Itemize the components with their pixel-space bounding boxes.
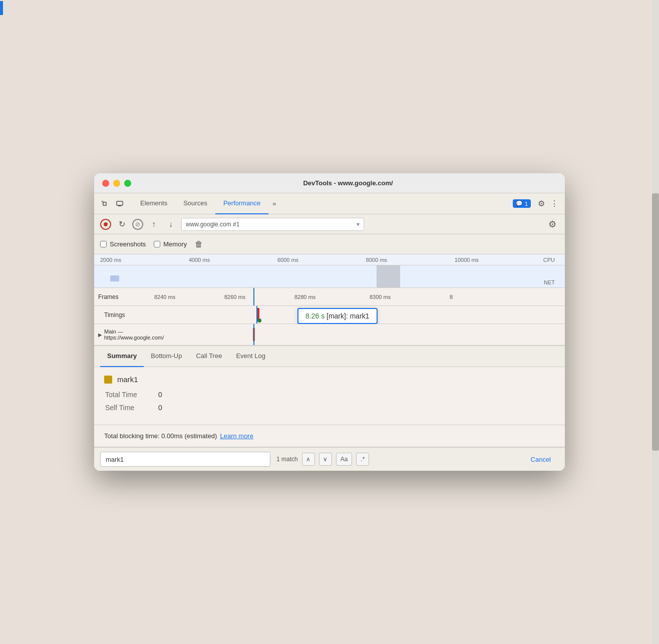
search-cancel-button[interactable]: Cancel <box>523 452 559 467</box>
sub-tab-call-tree[interactable]: Call Tree <box>189 346 229 367</box>
svg-rect-3 <box>103 202 106 205</box>
device-icon[interactable] <box>113 197 126 210</box>
playhead-indicator <box>253 288 254 305</box>
search-match-count: 1 match <box>276 456 298 463</box>
total-time-value: 0 <box>158 391 162 399</box>
title-bar: DevTools - www.google.com/ <box>94 173 565 193</box>
cpu-label: CPU <box>543 257 555 263</box>
svg-rect-0 <box>102 201 103 202</box>
svg-rect-5 <box>118 205 121 206</box>
timing-mark-green <box>257 318 261 323</box>
clear-button[interactable]: ⊘ <box>132 219 143 230</box>
frame-mark-4: 8300 ms <box>370 294 391 300</box>
sub-tab-summary[interactable]: Summary <box>100 346 144 367</box>
ruler-mark-1: 2000 ms <box>99 257 189 263</box>
minimize-button[interactable] <box>113 180 120 187</box>
frame-mark-5: 8 <box>450 294 453 300</box>
match-case-button[interactable]: Aa <box>336 453 353 466</box>
upload-icon[interactable]: ↑ <box>147 218 160 231</box>
ruler-mark-5: 10000 ms <box>455 257 543 263</box>
toolbar-settings-icon[interactable]: ⚙ <box>546 218 559 231</box>
settings-icon[interactable]: ⚙ <box>535 197 548 210</box>
mark-callout: 8.26 s [mark]: mark1 <box>297 308 378 324</box>
close-button[interactable] <box>102 180 109 187</box>
tab-more[interactable]: » <box>268 200 280 207</box>
svg-rect-2 <box>102 202 103 203</box>
svg-rect-4 <box>117 201 123 205</box>
net-label: NET <box>544 279 555 285</box>
expand-arrow[interactable]: ▶ <box>98 332 102 338</box>
frames-label: Frames <box>94 293 154 300</box>
reload-button[interactable]: ↻ <box>115 218 128 231</box>
total-time-row: Total Time 0 <box>104 391 555 399</box>
summary-title: mark1 <box>104 375 555 384</box>
self-time-label: Self Time <box>105 404 150 412</box>
window-title: DevTools - www.google.com/ <box>139 179 557 187</box>
timeline-selection <box>377 265 400 287</box>
timings-label: Timings <box>97 311 157 318</box>
svg-rect-1 <box>103 201 104 202</box>
main-row: ▶ Main — https://www.google.com/ <box>94 324 565 346</box>
blocking-time-text: Total blocking time: 0.00ms (estimated) <box>104 432 217 440</box>
url-selector[interactable]: www.google.com #1 ▾ <box>181 218 364 231</box>
mini-chart: NET <box>94 265 565 287</box>
options-bar: Screenshots Memory 🗑 <box>94 234 565 254</box>
screenshots-checkbox-label[interactable]: Screenshots <box>100 240 146 248</box>
download-icon[interactable]: ↓ <box>164 218 177 231</box>
self-time-row: Self Time 0 <box>104 404 555 412</box>
main-vline <box>253 324 254 345</box>
memory-checkbox[interactable] <box>154 241 160 247</box>
timing-vline <box>256 306 257 324</box>
search-prev-button[interactable]: ∧ <box>302 453 315 466</box>
more-options-icon[interactable]: ⋮ <box>548 197 561 210</box>
ruler-mark-2: 4000 ms <box>189 257 277 263</box>
timings-row: Timings 8.26 s [mark]: mark1 <box>94 306 565 324</box>
frames-timeline: 8240 ms 8260 ms 8280 ms 8300 ms 8 <box>154 288 565 305</box>
tab-elements[interactable]: Elements <box>132 193 175 214</box>
tab-sources[interactable]: Sources <box>175 193 215 214</box>
toolbar: ↻ ⊘ ↑ ↓ www.google.com #1 ▾ ⚙ <box>94 214 565 234</box>
devtools-panel: Elements Sources Performance » 💬 1 ⚙ ⋮ ↻… <box>94 193 565 471</box>
maximize-button[interactable] <box>124 180 131 187</box>
search-bar: 1 match ∧ ∨ Aa .* Cancel <box>94 447 565 471</box>
screenshots-checkbox[interactable] <box>100 241 107 247</box>
sub-tab-bottom-up[interactable]: Bottom-Up <box>144 346 189 367</box>
bottom-panel: Summary Bottom-Up Call Tree Event Log ma… <box>94 346 565 471</box>
frame-mark-3: 8280 ms <box>294 294 315 300</box>
ruler-mark-3: 6000 ms <box>277 257 366 263</box>
frame-mark-2: 8260 ms <box>224 294 245 300</box>
learn-more-link[interactable]: Learn more <box>220 432 253 440</box>
tab-bar: Elements Sources Performance » 💬 1 ⚙ ⋮ <box>94 193 565 214</box>
ruler-marks: 2000 ms 4000 ms 6000 ms 8000 ms 10000 ms <box>99 257 543 263</box>
search-input[interactable] <box>100 452 270 467</box>
total-time-label: Total Time <box>105 391 150 399</box>
notification-badge[interactable]: 💬 1 <box>513 199 531 208</box>
tab-icons <box>98 197 126 210</box>
cpu-spike <box>110 275 119 281</box>
timeline-overview: 2000 ms 4000 ms 6000 ms 8000 ms 10000 ms… <box>94 254 565 288</box>
tab-performance[interactable]: Performance <box>215 193 268 214</box>
main-timeline <box>154 324 565 345</box>
record-button[interactable] <box>100 219 111 230</box>
frames-row: Frames 8240 ms 8260 ms 8280 ms 8300 ms 8 <box>94 288 565 306</box>
traffic-lights <box>102 180 131 187</box>
main-label: ▶ Main — https://www.google.com/ <box>94 329 154 341</box>
mark-color-indicator <box>104 376 112 384</box>
search-next-button[interactable]: ∨ <box>319 453 332 466</box>
blocking-time-row: Total blocking time: 0.00ms (estimated) … <box>94 425 565 447</box>
timeline-ruler: 2000 ms 4000 ms 6000 ms 8000 ms 10000 ms… <box>94 254 565 265</box>
sub-tab-bar: Summary Bottom-Up Call Tree Event Log <box>94 346 565 367</box>
timings-timeline: 8.26 s [mark]: mark1 <box>157 306 565 324</box>
ruler-mark-4: 8000 ms <box>366 257 455 263</box>
self-time-value: 0 <box>158 404 162 412</box>
cursor-icon[interactable] <box>98 197 111 210</box>
memory-checkbox-label[interactable]: Memory <box>154 240 187 248</box>
frame-mark-1: 8240 ms <box>154 294 175 300</box>
chat-icon: 💬 <box>516 200 523 207</box>
regex-button[interactable]: .* <box>356 453 369 466</box>
sub-tab-event-log[interactable]: Event Log <box>229 346 272 367</box>
clear-recording-button[interactable]: 🗑 <box>195 240 203 249</box>
summary-panel: mark1 Total Time 0 Self Time 0 <box>94 367 565 425</box>
callout-time: 8.26 s <box>305 312 324 320</box>
devtools-window: DevTools - www.google.com/ <box>94 173 565 471</box>
